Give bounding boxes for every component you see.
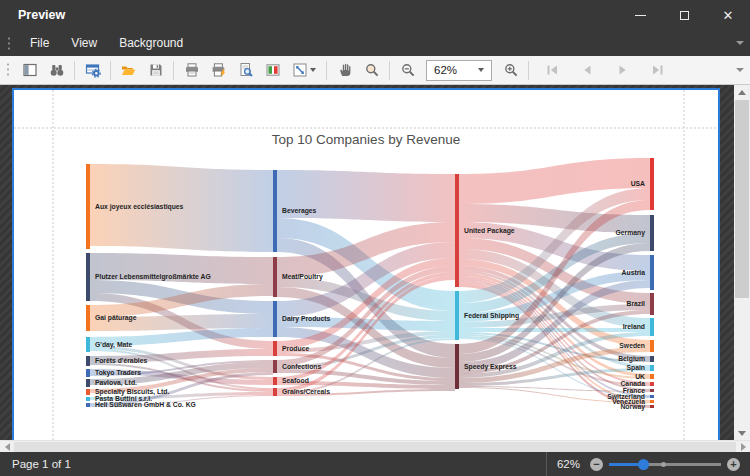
sankey-node <box>273 341 277 356</box>
zoom-slider-minus-button[interactable]: − <box>590 458 603 471</box>
print-button[interactable] <box>178 58 205 83</box>
quick-print-button[interactable] <box>205 58 232 83</box>
toolbar-separator <box>74 61 75 80</box>
zoom-slider-thumb[interactable] <box>638 459 649 470</box>
page-info: Page 1 of 1 <box>0 458 71 470</box>
arrow-right-icon <box>741 443 746 451</box>
toolbar-separator <box>528 61 529 80</box>
hand-tool-button[interactable] <box>331 58 358 83</box>
sankey-node <box>273 257 277 297</box>
minimize-icon <box>635 15 646 16</box>
menu-view[interactable]: View <box>60 32 108 54</box>
toolbar <box>0 56 750 85</box>
scroll-up-button[interactable] <box>734 85 750 99</box>
toolbar-separator <box>173 61 174 80</box>
page-color-icon <box>265 62 281 78</box>
maximize-icon <box>680 11 689 20</box>
toolbar-overflow-icon[interactable] <box>736 68 744 72</box>
menu-overflow-icon[interactable] <box>736 41 744 45</box>
scale-icon <box>292 62 308 78</box>
next-page-button[interactable] <box>609 58 636 83</box>
scroll-right-button[interactable] <box>736 441 750 453</box>
scroll-down-button[interactable] <box>734 426 750 440</box>
horizontal-scrollbar-thumb[interactable] <box>14 442 736 452</box>
previous-page-button[interactable] <box>574 58 601 83</box>
magnifier-icon <box>364 62 380 78</box>
sankey-node-label: Aux joyeux ecclésiastiques <box>95 203 184 211</box>
arrow-left-icon <box>5 443 10 451</box>
zoom-combobox[interactable] <box>426 60 492 81</box>
sankey-node <box>86 253 90 301</box>
sankey-node <box>86 369 90 377</box>
sankey-node-label: Austria <box>622 269 646 276</box>
sankey-node <box>455 174 459 287</box>
menu-bar: File View Background <box>0 30 750 56</box>
zoom-slider-track[interactable] <box>609 463 721 466</box>
sankey-node-label: UK <box>635 373 645 380</box>
last-page-icon <box>650 63 665 77</box>
chart-title: Top 10 Companies by Revenue <box>272 132 460 147</box>
document-preview-area[interactable]: Top 10 Companies by RevenueAux joyeux ec… <box>0 85 750 440</box>
sankey-node <box>273 388 277 396</box>
window-controls: ✕ <box>618 0 750 30</box>
menu-file[interactable]: File <box>19 32 60 54</box>
report-page[interactable]: Top 10 Companies by RevenueAux joyeux ec… <box>12 88 720 440</box>
menu-grip-handle[interactable] <box>7 36 11 50</box>
magnifier-button[interactable] <box>358 58 385 83</box>
parameters-button[interactable] <box>79 58 106 83</box>
statusbar-zoom-value: 62% <box>547 458 590 470</box>
sankey-node-label: Norway <box>620 403 645 411</box>
menu-background[interactable]: Background <box>108 32 194 54</box>
horizontal-scrollbar[interactable] <box>0 440 750 452</box>
search-button[interactable] <box>43 58 70 83</box>
zoom-in-button[interactable] <box>497 58 524 83</box>
page-setup-button[interactable] <box>232 58 259 83</box>
scale-button[interactable] <box>286 58 322 83</box>
sankey-node <box>273 170 277 252</box>
minimize-button[interactable] <box>618 0 662 30</box>
sankey-node <box>650 356 654 362</box>
last-page-button[interactable] <box>644 58 671 83</box>
sankey-node <box>650 405 654 408</box>
maximize-button[interactable] <box>662 0 706 30</box>
scroll-left-button[interactable] <box>0 441 14 453</box>
close-icon: ✕ <box>723 9 734 22</box>
sankey-node <box>86 379 90 387</box>
toolbar-separator <box>389 61 390 80</box>
toolbar-grip-handle[interactable] <box>6 62 10 78</box>
open-button[interactable] <box>115 58 142 83</box>
zoom-input[interactable] <box>427 64 471 76</box>
quick-print-icon <box>211 62 227 78</box>
zoom-out-button[interactable] <box>394 58 421 83</box>
sankey-node <box>86 305 90 331</box>
previous-page-icon <box>580 63 595 77</box>
arrow-down-icon <box>738 431 746 436</box>
zoom-slider-plus-button[interactable]: + <box>727 458 740 471</box>
sankey-node-label: USA <box>631 180 645 187</box>
zoom-dropdown-button[interactable] <box>471 61 489 80</box>
save-button[interactable] <box>142 58 169 83</box>
document-map-icon <box>22 62 38 78</box>
sankey-node <box>455 291 459 340</box>
binoculars-icon <box>49 62 65 78</box>
sankey-node <box>273 360 277 373</box>
document-map-button[interactable] <box>16 58 43 83</box>
vertical-scrollbar[interactable] <box>734 85 750 440</box>
sankey-node <box>86 356 90 366</box>
scale-dropdown-icon[interactable] <box>310 68 316 72</box>
sankey-node <box>650 318 654 336</box>
vertical-scrollbar-thumb[interactable] <box>735 100 749 298</box>
page-color-button[interactable] <box>259 58 286 83</box>
save-floppy-icon <box>148 62 164 78</box>
arrow-up-icon <box>738 90 746 95</box>
sankey-node <box>650 389 654 392</box>
sankey-node <box>86 397 90 401</box>
sankey-node <box>650 365 654 371</box>
first-page-button[interactable] <box>539 58 566 83</box>
sankey-node-label: Spain <box>626 364 645 372</box>
window-title: Preview <box>0 8 65 22</box>
sankey-node-label: Sweden <box>619 342 645 349</box>
close-button[interactable]: ✕ <box>706 0 750 30</box>
toolbar-separator <box>326 61 327 80</box>
sankey-node-label: Grains/Cereals <box>282 388 330 395</box>
